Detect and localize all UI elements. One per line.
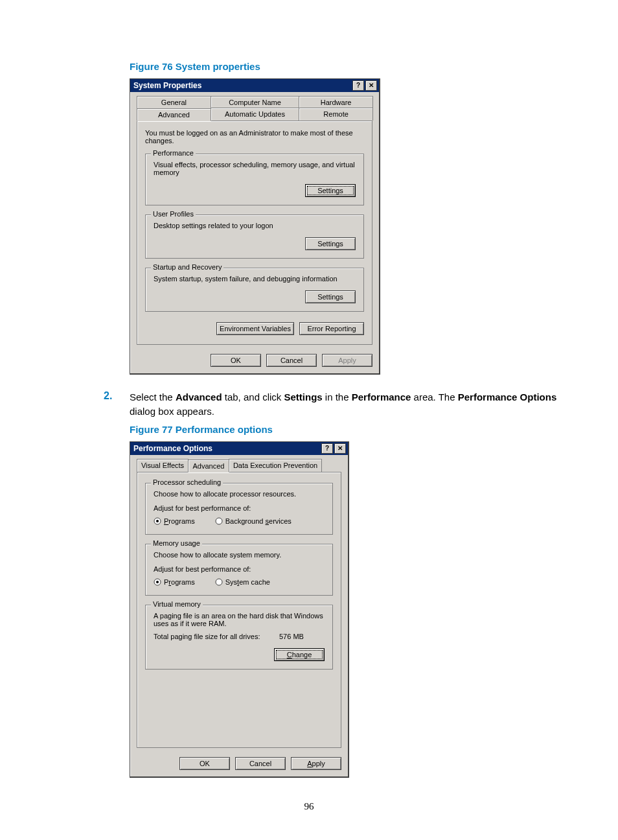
tab-advanced[interactable]: Advanced xyxy=(188,460,229,472)
apply-button[interactable]: Apply xyxy=(322,354,372,367)
startup-settings-button[interactable]: Settings xyxy=(305,290,356,303)
radio-unselected-icon xyxy=(215,578,223,586)
svg-point-1 xyxy=(156,520,159,522)
radio-programs[interactable]: Programs xyxy=(154,517,195,525)
group-legend: Processor scheduling xyxy=(151,478,223,486)
apply-button[interactable]: Apply xyxy=(291,757,341,770)
advanced-panel: You must be logged on as an Administrato… xyxy=(137,121,372,345)
group-legend: Startup and Recovery xyxy=(151,263,223,271)
radio-selected-icon xyxy=(154,517,161,525)
radio-programs-mem[interactable]: Programs xyxy=(154,578,195,586)
titlebar: Performance Options ? ✕ xyxy=(130,442,348,455)
startup-recovery-group: Startup and Recovery System startup, sys… xyxy=(145,268,364,312)
step-text: Select the Advanced tab, and click Setti… xyxy=(130,390,557,419)
tab-dep[interactable]: Data Execution Prevention xyxy=(229,459,322,472)
memory-usage-group: Memory usage Choose how to allocate syst… xyxy=(145,544,333,596)
group-desc: Visual effects, processor scheduling, me… xyxy=(154,161,356,176)
svg-point-5 xyxy=(216,579,222,585)
admin-warning: You must be logged on as an Administrato… xyxy=(145,129,364,145)
group-desc: A paging file is an area on the hard dis… xyxy=(154,612,325,627)
titlebar: System Properties ? ✕ xyxy=(130,79,379,92)
group-desc: Choose how to allocate processor resourc… xyxy=(154,490,325,498)
performance-options-dialog: Performance Options ? ✕ Visual Effects A… xyxy=(130,441,349,778)
tab-hardware[interactable]: Hardware xyxy=(299,96,373,108)
radio-selected-icon xyxy=(154,578,161,586)
adjust-label: Adjust for best performance of: xyxy=(154,504,325,512)
adjust-label: Adjust for best performance of: xyxy=(154,565,325,573)
group-legend: User Profiles xyxy=(151,210,196,218)
dialog-title: System Properties xyxy=(132,81,351,90)
step-number: 2. xyxy=(104,390,130,419)
performance-group: Performance Visual effects, processor sc… xyxy=(145,154,364,205)
tab-automatic-updates[interactable]: Automatic Updates xyxy=(211,108,299,121)
advanced-panel: Processor scheduling Choose how to alloc… xyxy=(137,472,341,748)
tab-visual-effects[interactable]: Visual Effects xyxy=(137,459,189,472)
svg-point-4 xyxy=(156,581,159,583)
user-profiles-settings-button[interactable]: Settings xyxy=(305,237,356,250)
cancel-button[interactable]: Cancel xyxy=(266,354,317,367)
total-paging-label: Total paging file size for all drives: xyxy=(154,633,279,640)
close-icon[interactable]: ✕ xyxy=(365,80,377,91)
radio-background-services[interactable]: Background services xyxy=(215,517,292,525)
dialog-title: Performance Options xyxy=(132,444,320,453)
group-legend: Virtual memory xyxy=(151,600,203,608)
svg-point-2 xyxy=(216,518,222,524)
group-desc: System startup, system failure, and debu… xyxy=(154,275,356,283)
radio-system-cache[interactable]: System cache xyxy=(215,578,270,586)
group-legend: Memory usage xyxy=(151,539,202,547)
performance-settings-button[interactable]: Settings xyxy=(305,184,356,197)
help-icon[interactable]: ? xyxy=(321,443,333,454)
group-desc: Choose how to allocate system memory. xyxy=(154,551,325,559)
change-button[interactable]: Change xyxy=(274,648,325,661)
total-paging-value: 576 MB xyxy=(279,633,325,640)
processor-scheduling-group: Processor scheduling Choose how to alloc… xyxy=(145,483,333,535)
ok-button[interactable]: OK xyxy=(211,354,261,367)
tab-advanced[interactable]: Advanced xyxy=(137,108,211,121)
virtual-memory-group: Virtual memory A paging file is an area … xyxy=(145,605,333,670)
ok-button[interactable]: OK xyxy=(179,757,230,770)
figure-76-caption: Figure 76 System properties xyxy=(130,61,618,72)
step-2: 2. Select the Advanced tab, and click Se… xyxy=(104,390,557,419)
tab-computer-name[interactable]: Computer Name xyxy=(211,96,299,108)
figure-77-caption: Figure 77 Performance options xyxy=(130,424,618,435)
group-desc: Desktop settings related to your logon xyxy=(154,222,356,229)
group-legend: Performance xyxy=(151,149,196,157)
environment-variables-button[interactable]: Environment Variables xyxy=(216,322,294,335)
help-icon[interactable]: ? xyxy=(352,80,364,91)
error-reporting-button[interactable]: Error Reporting xyxy=(299,322,364,335)
system-properties-dialog: System Properties ? ✕ General Computer N… xyxy=(130,78,380,375)
tab-general[interactable]: General xyxy=(137,96,211,108)
tab-remote[interactable]: Remote xyxy=(299,108,373,121)
user-profiles-group: User Profiles Desktop settings related t… xyxy=(145,215,364,259)
radio-unselected-icon xyxy=(215,517,223,525)
page-number: 96 xyxy=(0,801,618,812)
close-icon[interactable]: ✕ xyxy=(334,443,346,454)
cancel-button[interactable]: Cancel xyxy=(235,757,286,770)
